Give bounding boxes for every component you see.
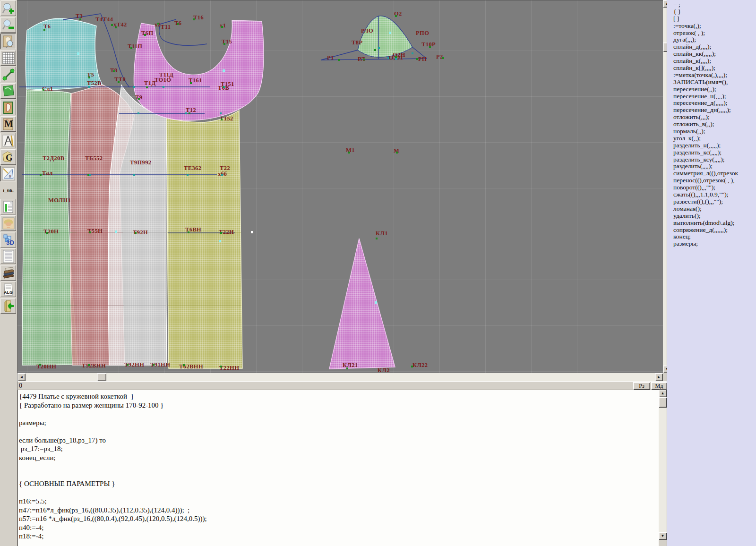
function-item[interactable]: пересечение(,,);	[673, 85, 756, 93]
function-list: = ;{ }[ ]:=точка(,);отрезок( , );дуга(,,…	[673, 1, 756, 247]
function-item[interactable]: разделить_ксу(,,,,);	[673, 156, 756, 163]
i66-text: i_66.	[3, 188, 13, 193]
code-line: п40:=-4;	[19, 524, 659, 533]
code-line	[19, 489, 659, 498]
function-item[interactable]: сопряжение_д(,,,,,,);	[673, 226, 756, 233]
function-item[interactable]: сплайн_кк(,,,,,);	[673, 50, 756, 57]
ruler-8-icon[interactable]: 8	[0, 166, 16, 181]
piece-flounce-triangle[interactable]	[329, 239, 395, 369]
function-item[interactable]: :=метка(точка(,),,,,);	[673, 71, 756, 78]
function-panel: = ;{ }[ ]:=точка(,);отрезок( , );дуга(,,…	[667, 0, 756, 546]
rz-button[interactable]: Рз	[633, 382, 650, 390]
3d-icon[interactable]: 3D	[0, 232, 16, 247]
code-line: рз_17:=рз_18;	[19, 445, 659, 454]
canvas-hscrollbar[interactable]: ◄ ►	[17, 373, 663, 381]
code-line	[19, 462, 659, 471]
m-glyph: M	[4, 119, 13, 129]
code-line: п57:=п16 *л_фнк(рз_16,((80,0.4),(92,0.45…	[19, 515, 659, 524]
code-line: п16:=5.5;	[19, 497, 659, 506]
g-doc-icon[interactable]: G	[0, 149, 16, 165]
left-toolbar: M G 8 i_66. 3D	[0, 0, 17, 546]
function-item[interactable]: развести((),(),,,"");	[673, 198, 756, 205]
code-line	[19, 410, 659, 419]
zoom-in-icon[interactable]	[0, 0, 16, 16]
function-item[interactable]: перенос((),отрезок( , ),	[673, 177, 756, 184]
code-line: размеры;	[19, 419, 659, 428]
function-item[interactable]: конец;	[673, 233, 756, 240]
function-item[interactable]: размеры;	[673, 240, 756, 247]
status-row: 0 Рз Мд	[17, 381, 671, 390]
portrait-icon[interactable]	[0, 215, 16, 231]
function-item[interactable]: пересечение_н(,,,,);	[673, 93, 756, 100]
code-scroll-down-button[interactable]: ▼	[659, 532, 667, 540]
image-icon[interactable]	[0, 83, 16, 99]
hscroll-thumb[interactable]	[97, 373, 106, 381]
scroll-left-button[interactable]: ◄	[17, 373, 26, 381]
md-button[interactable]: Мд	[651, 382, 667, 390]
drafting-icon[interactable]	[0, 133, 16, 148]
function-item[interactable]: пересечение_д(,,,,,);	[673, 99, 756, 106]
function-item[interactable]: сжать((),,,1.1,0.9,"");	[673, 191, 756, 198]
3d-glyph: 3D	[6, 239, 14, 246]
function-item[interactable]: удалить();	[673, 212, 756, 219]
books-icon[interactable]	[0, 265, 16, 281]
alg-doc-icon[interactable]: ALG	[0, 282, 16, 297]
code-line	[19, 471, 659, 480]
grid-icon[interactable]	[0, 50, 16, 66]
pattern-pieces	[17, 0, 663, 374]
view-sheet-icon[interactable]	[0, 34, 16, 49]
function-item[interactable]: [ ]	[673, 15, 756, 22]
i66-label[interactable]: i_66.	[0, 182, 16, 198]
table-icon[interactable]	[0, 199, 16, 214]
notes-icon[interactable]	[0, 248, 16, 264]
function-item[interactable]: разделить_н(,,,,,);	[673, 142, 756, 149]
code-scroll-up-button[interactable]: ▲	[659, 390, 667, 397]
function-item[interactable]: отрезок( , );	[673, 29, 756, 36]
scroll-right-button[interactable]: ►	[655, 373, 663, 381]
piece-sleeve-cap-green[interactable]	[358, 16, 412, 57]
pattern-cad-window: M G 8 i_66. 3D	[0, 0, 756, 546]
code-vscrollbar[interactable]: ▲ ▼	[659, 390, 667, 540]
pattern-card-icon[interactable]	[0, 100, 16, 115]
code-line: {4479 Платье с кружевной кокеткой }	[19, 392, 659, 401]
exit-icon[interactable]	[0, 298, 16, 314]
piece-skirt-white[interactable]	[108, 85, 167, 365]
segment-icon[interactable]	[0, 67, 16, 82]
function-item[interactable]: дуга(,,,);	[673, 36, 756, 43]
function-item[interactable]: поворот((),,,"");	[673, 184, 756, 191]
function-item[interactable]: :=точка(,);	[673, 22, 756, 29]
code-line: п47:=п16*л_фнк(рз_16,((80,0.35),(112,0.3…	[19, 506, 659, 515]
zoom-out-icon[interactable]	[0, 17, 16, 33]
function-item[interactable]: нормаль(,,);	[673, 128, 756, 135]
piece-yoke-magenta[interactable]	[134, 20, 264, 120]
code-vscroll-thumb[interactable]	[659, 397, 667, 408]
rz-label: Рз	[639, 383, 644, 390]
function-item[interactable]: сплайн_д(,,,,);	[673, 43, 756, 50]
m-pattern-icon[interactable]: M	[0, 116, 16, 132]
code-line	[19, 427, 659, 436]
code-line: конец_если;	[19, 454, 659, 463]
function-item[interactable]: разделить(,,,,);	[673, 162, 756, 170]
function-item[interactable]: пересечение_дн(,,,,,);	[673, 106, 756, 113]
function-item[interactable]: сплайн_к(,,,,);	[673, 57, 756, 64]
function-item[interactable]: отложить(,,,);	[673, 113, 756, 120]
code-line: { ОСНОВНЫЕ ПАРАМЕТРЫ }	[19, 480, 659, 489]
function-item[interactable]: сплайн_к[](,,,,);	[673, 64, 756, 71]
alg-glyph: ALG	[4, 290, 13, 295]
piece-skirt-yellow[interactable]	[167, 111, 242, 368]
md-label: Мд	[655, 383, 663, 390]
drawing-canvas[interactable]: Т6Т3Т4Т44хТ42Т6ПТ11ПТ5Т8ТТ8Т52ВСл1Т9Т11Д…	[17, 0, 663, 374]
function-item[interactable]: ломаная();	[673, 205, 756, 212]
function-item[interactable]: симметрия_л((),отрезок	[673, 170, 756, 177]
function-item[interactable]: отложить_в(,,);	[673, 120, 756, 128]
function-item[interactable]: выполнить(dmod\.alg);	[673, 219, 756, 226]
code-line: п18:=-4;	[19, 532, 659, 541]
code-editor[interactable]: {4479 Платье с кружевной кокеткой }{ Раз…	[17, 390, 659, 546]
piece-bodice-cyan[interactable]	[26, 18, 102, 90]
function-item[interactable]: ЗАПИСАТЬ(имя=(),	[673, 78, 756, 85]
function-item[interactable]: = ;	[673, 1, 756, 8]
function-item[interactable]: разделить_кс(,,,,);	[673, 149, 756, 156]
piece-skirt-green[interactable]	[22, 90, 77, 365]
function-item[interactable]: угол_к(,,);	[673, 135, 756, 142]
function-item[interactable]: { }	[673, 8, 756, 15]
